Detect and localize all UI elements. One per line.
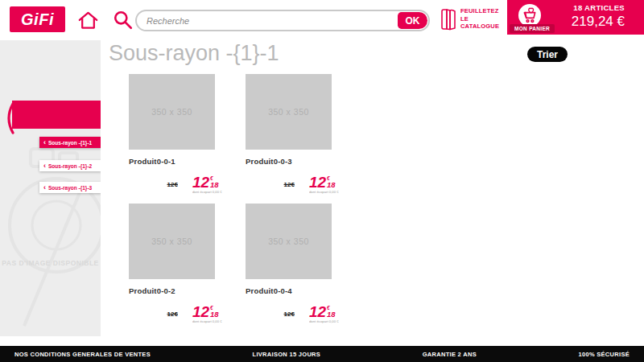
footer-info-livraison: LIVRAISON 15 JOURS (253, 351, 321, 358)
eco-participation-note: dont écopart 0,00 € (192, 190, 222, 194)
cart-articles-count: 18 ARTICLES (572, 3, 625, 12)
price-cents: 18 (210, 311, 219, 318)
product-old-price: 12€ (167, 181, 178, 188)
price-units: 12 (309, 305, 326, 319)
price-units: 12 (309, 175, 326, 189)
product-image-placeholder: 350 x 350 (129, 74, 215, 150)
product-old-price: 12€ (284, 181, 295, 188)
eco-participation-note: dont écopart 0,00 € (309, 319, 339, 323)
sidebar-item-label: Sous-rayon -{1}-3 (48, 185, 92, 191)
product-old-price: 12€ (284, 311, 295, 318)
product-price: 12 € 18 (309, 305, 344, 319)
header: GiFi OK FEUILLETEZ LE CATALOGUE (0, 0, 644, 40)
chevron-left-icon: ‹ (43, 184, 46, 191)
search-icon[interactable] (113, 10, 134, 31)
product-price: 12 € 18 (309, 175, 344, 189)
sidebar-item-label: Sous-rayon -{1}-1 (48, 140, 92, 146)
page-title: Sous-rayon -{1}-1 (109, 41, 279, 66)
price-units: 12 (192, 305, 209, 319)
cart-label: MON PANIER (510, 24, 555, 33)
product-image-placeholder: 350 x 350 (246, 74, 332, 150)
cart-button[interactable]: MON PANIER 18 ARTICLES 219,24 € (507, 0, 644, 35)
product-name: Produit0-0-4 (246, 286, 344, 295)
sidebar: ‹ Sous-rayon -{1}-1 ‹ Sous-rayon -{1}-2 … (0, 40, 101, 336)
home-icon[interactable] (77, 10, 99, 31)
footer-info-securise: 100% SÉCURISÉ (578, 351, 630, 358)
sidebar-item-sous-rayon-1[interactable]: ‹ Sous-rayon -{1}-1 (39, 137, 101, 148)
no-image-label: PAS D'IMAGE DISPONIBLE (0, 259, 101, 267)
chevron-left-icon: ‹ (43, 162, 46, 170)
product-name: Produit0-0-3 (246, 157, 344, 166)
product-image-placeholder: 350 x 350 (129, 204, 215, 279)
catalogue-label-line2: LE (460, 15, 499, 23)
sidebar-item-sous-rayon-3[interactable]: ‹ Sous-rayon -{1}-3 (39, 182, 101, 193)
chevron-left-icon: ‹ (43, 139, 46, 146)
price-units: 12 (192, 175, 209, 189)
category-header-bar[interactable] (12, 101, 101, 129)
eco-participation-note: dont écopart 0,00 € (192, 319, 222, 323)
catalogue-label-line1: FEUILLETEZ (460, 7, 499, 15)
product-image-placeholder: 350 x 350 (246, 204, 332, 279)
product-card[interactable]: 350 x 350 Produit0-0-4 12€ 12 € 18 dont … (246, 204, 344, 324)
product-price: 12 € 18 (192, 305, 227, 319)
footer: NOS CONDITIONS GENERALES DE VENTES LIVRA… (0, 346, 644, 362)
gifi-logo[interactable]: GiFi (10, 6, 65, 32)
sidebar-item-label: Sous-rayon -{1}-2 (48, 163, 92, 169)
cart-total: 219,24 € (572, 14, 625, 30)
sidebar-item-sous-rayon-2[interactable]: ‹ Sous-rayon -{1}-2 (39, 160, 101, 171)
catalogue-icon (440, 7, 456, 35)
product-name: Produit0-0-2 (129, 286, 227, 295)
catalogue-label-line3: CATALOGUE (460, 23, 499, 31)
search-ok-button[interactable]: OK (398, 12, 427, 29)
eco-participation-note: dont écopart 0,00 € (309, 190, 339, 194)
catalogue-link[interactable]: FEUILLETEZ LE CATALOGUE (440, 7, 499, 35)
cart-icon (518, 4, 541, 27)
footer-info-garantie: GARANTIE 2 ANS (423, 351, 477, 358)
price-cents: 18 (327, 181, 336, 188)
product-price: 12 € 18 (192, 175, 227, 189)
search-bar: OK (135, 10, 430, 31)
footer-link-cgv[interactable]: NOS CONDITIONS GENERALES DE VENTES (14, 351, 151, 358)
product-card[interactable]: 350 x 350 Produit0-0-1 12€ 12 € 18 dont … (129, 74, 227, 195)
price-cents: 18 (327, 311, 336, 318)
product-old-price: 12€ (167, 311, 178, 318)
price-cents: 18 (210, 181, 219, 188)
search-input[interactable] (147, 11, 388, 30)
sort-button[interactable]: Trier (527, 47, 568, 62)
product-card[interactable]: 350 x 350 Produit0-0-2 12€ 12 € 18 dont … (129, 204, 227, 324)
product-name: Produit0-0-1 (129, 157, 227, 166)
product-card[interactable]: 350 x 350 Produit0-0-3 12€ 12 € 18 dont … (246, 74, 344, 195)
